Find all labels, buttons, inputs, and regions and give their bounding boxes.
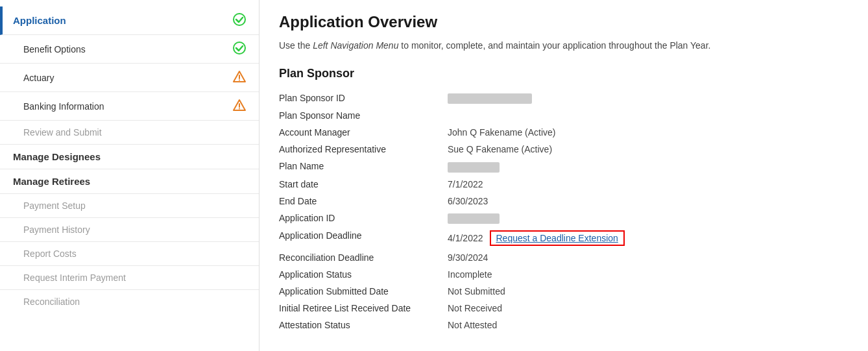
field-value-initial-retiree-list: Not Received (448, 300, 849, 317)
table-row: Start date 7/1/2022 (279, 176, 849, 193)
svg-point-4 (239, 80, 240, 81)
field-value-application-submitted-date: Not Submitted (448, 283, 849, 300)
table-row: Initial Retiree List Received Date Not R… (279, 300, 849, 317)
field-label-application-status: Application Status (279, 266, 448, 283)
field-label-reconciliation-deadline: Reconciliation Deadline (279, 249, 448, 266)
field-value-authorized-rep: Sue Q Fakename (Active) (448, 141, 849, 158)
field-value-application-id (448, 210, 849, 227)
sidebar-item-actuary[interactable]: Actuary (0, 64, 259, 92)
main-content: Application Overview Use the Left Naviga… (259, 0, 868, 351)
plan-sponsor-title: Plan Sponsor (279, 67, 849, 80)
warn-icon-banking (233, 99, 246, 114)
field-value-account-manager: John Q Fakename (Active) (448, 124, 849, 141)
sidebar-item-benefit-options[interactable]: Benefit Options (0, 35, 259, 64)
field-label-plan-sponsor-id: Plan Sponsor ID (279, 90, 448, 107)
svg-point-7 (239, 108, 240, 110)
field-label-authorized-rep: Authorized Representative (279, 141, 448, 158)
deadline-extension-box: Request a Deadline Extension (490, 230, 625, 246)
sidebar-item-report-costs[interactable]: Report Costs (0, 242, 259, 266)
field-label-end-date: End Date (279, 193, 448, 210)
sidebar-item-request-interim-payment[interactable]: Request Interim Payment (0, 266, 259, 290)
field-value-plan-sponsor-name (448, 107, 849, 124)
redacted-plan-sponsor-id (448, 93, 532, 104)
table-row: Reconciliation Deadline 9/30/2024 (279, 249, 849, 266)
field-value-plan-sponsor-id (448, 90, 849, 107)
field-label-plan-sponsor-name: Plan Sponsor Name (279, 107, 448, 124)
sidebar-label-payment-history: Payment History (23, 224, 246, 235)
field-value-application-status: Incomplete (448, 266, 849, 283)
table-row: Plan Sponsor Name (279, 107, 849, 124)
field-value-attestation-status: Not Attested (448, 317, 849, 333)
check-icon-application (233, 13, 246, 28)
table-row: Authorized Representative Sue Q Fakename… (279, 141, 849, 158)
sidebar-label-banking-information: Banking Information (23, 101, 233, 112)
check-icon-benefit-options (233, 42, 246, 56)
table-row: Application Submitted Date Not Submitted (279, 283, 849, 300)
sidebar-label-actuary: Actuary (23, 73, 233, 83)
sidebar-label-benefit-options: Benefit Options (23, 44, 233, 54)
sidebar-label-report-costs: Report Costs (23, 248, 246, 259)
table-row: Account Manager John Q Fakename (Active) (279, 124, 849, 141)
warn-icon-actuary (233, 70, 246, 85)
table-row: Application Deadline 4/1/2022 Request a … (279, 227, 849, 249)
intro-italic: Left Navigation Menu (313, 40, 398, 51)
sidebar-label-manage-designees: Manage Designees (13, 151, 246, 162)
field-label-application-submitted-date: Application Submitted Date (279, 283, 448, 300)
field-value-reconciliation-deadline: 9/30/2024 (448, 249, 849, 266)
intro-text: Use the Left Navigation Menu to monitor,… (279, 39, 849, 53)
svg-point-0 (234, 14, 245, 25)
table-row: Attestation Status Not Attested (279, 317, 849, 333)
sidebar-item-payment-history[interactable]: Payment History (0, 218, 259, 242)
field-label-attestation-status: Attestation Status (279, 317, 448, 333)
field-value-end-date: 6/30/2023 (448, 193, 849, 210)
sidebar-label-request-interim-payment: Request Interim Payment (23, 272, 246, 283)
table-row: Plan Sponsor ID (279, 90, 849, 107)
table-row: Plan Name (279, 158, 849, 175)
table-row: Application ID (279, 210, 849, 227)
redacted-application-id (448, 213, 500, 224)
sidebar-item-application[interactable]: Application (0, 6, 259, 35)
sidebar-label-reconciliation: Reconciliation (23, 297, 246, 307)
sidebar-label-review-submit: Review and Submit (23, 127, 246, 138)
field-label-account-manager: Account Manager (279, 124, 448, 141)
table-row: Application Status Incomplete (279, 266, 849, 283)
deadline-date: 4/1/2022 (448, 233, 483, 243)
field-label-initial-retiree-list: Initial Retiree List Received Date (279, 300, 448, 317)
sidebar-label-application: Application (13, 15, 233, 26)
sidebar-label-manage-retirees: Manage Retirees (13, 176, 246, 187)
sidebar-item-reconciliation[interactable]: Reconciliation (0, 290, 259, 313)
field-label-application-deadline: Application Deadline (279, 227, 448, 249)
sidebar: Application Benefit Options Actuary (0, 0, 259, 351)
sidebar-item-manage-retirees[interactable]: Manage Retirees (0, 169, 259, 194)
sidebar-item-banking-information[interactable]: Banking Information (0, 92, 259, 121)
sidebar-item-manage-designees[interactable]: Manage Designees (0, 145, 259, 169)
field-label-plan-name: Plan Name (279, 158, 448, 175)
deadline-row: 4/1/2022 Request a Deadline Extension (448, 230, 849, 246)
plan-sponsor-table: Plan Sponsor ID Plan Sponsor Name Accoun… (279, 90, 849, 333)
sidebar-item-review-submit[interactable]: Review and Submit (0, 121, 259, 145)
field-value-application-deadline: 4/1/2022 Request a Deadline Extension (448, 227, 849, 249)
field-label-application-id: Application ID (279, 210, 448, 227)
field-value-start-date: 7/1/2022 (448, 176, 849, 193)
request-deadline-extension-link[interactable]: Request a Deadline Extension (496, 233, 618, 243)
field-label-start-date: Start date (279, 176, 448, 193)
svg-point-1 (234, 42, 245, 54)
page-title: Application Overview (279, 13, 849, 31)
field-value-plan-name (448, 158, 849, 175)
table-row: End Date 6/30/2023 (279, 193, 849, 210)
sidebar-label-payment-setup: Payment Setup (23, 200, 246, 211)
sidebar-item-payment-setup[interactable]: Payment Setup (0, 194, 259, 218)
redacted-plan-name (448, 162, 500, 173)
